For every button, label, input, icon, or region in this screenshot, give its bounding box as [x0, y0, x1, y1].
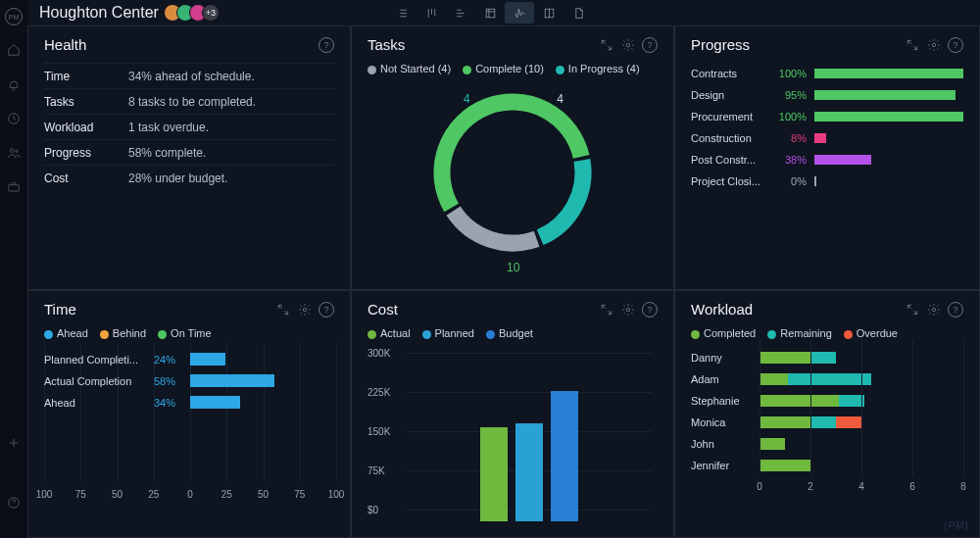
- add-icon[interactable]: [7, 436, 21, 453]
- health-value: 34% ahead of schedule.: [128, 70, 255, 83]
- expand-icon[interactable]: [905, 302, 920, 318]
- home-icon[interactable]: [7, 43, 21, 60]
- expand-icon[interactable]: [275, 302, 291, 318]
- progress-row: Contracts 100%: [691, 63, 963, 84]
- avatar-more[interactable]: +3: [202, 4, 220, 22]
- gear-icon[interactable]: [620, 302, 636, 318]
- donut-label: 4: [557, 92, 564, 106]
- app-logo[interactable]: PM: [5, 8, 23, 25]
- time-name: Planned Completi...: [44, 354, 146, 366]
- health-row: Time 34% ahead of schedule.: [44, 63, 334, 88]
- workload-row: Adam: [691, 368, 963, 390]
- team-icon[interactable]: [7, 146, 21, 163]
- workload-name: Danny: [691, 352, 760, 364]
- help-icon[interactable]: ?: [948, 302, 963, 318]
- time-percent: 24%: [146, 354, 181, 366]
- legend-item: Actual: [368, 327, 411, 339]
- panel-time: Time ? AheadBehindOn Time 10075502502550…: [27, 290, 351, 538]
- progress-track: [814, 90, 963, 100]
- bell-icon[interactable]: [7, 77, 21, 94]
- legend-item: Overdue: [844, 327, 898, 339]
- health-row: Cost 28% under budget.: [44, 165, 334, 190]
- workload-seg: [760, 352, 810, 364]
- help-icon[interactable]: ?: [948, 37, 963, 53]
- cost-bar: [480, 427, 508, 521]
- workload-row: Stephanie: [691, 390, 963, 412]
- time-percent: 34%: [146, 397, 181, 409]
- workload-seg: [836, 416, 861, 428]
- workload-name: John: [691, 438, 760, 450]
- svg-point-1: [11, 149, 15, 153]
- gear-icon[interactable]: [297, 302, 313, 318]
- expand-icon[interactable]: [905, 37, 920, 53]
- progress-row: Design 95%: [691, 84, 963, 106]
- progress-percent: 95%: [775, 89, 814, 101]
- clock-icon[interactable]: [7, 112, 21, 128]
- panel-title: Tasks: [368, 36, 405, 53]
- legend: CompletedRemainingOverdue: [691, 327, 963, 339]
- panel-workload: Workload ? CompletedRemainingOverdue Dan…: [674, 290, 980, 538]
- legend: ActualPlannedBudget: [368, 327, 658, 339]
- help-icon[interactable]: ?: [642, 302, 658, 318]
- health-key: Progress: [44, 146, 128, 160]
- svg-point-8: [932, 43, 936, 47]
- legend-item: Ahead: [44, 327, 88, 339]
- time-name: Ahead: [44, 397, 146, 409]
- progress-name: Design: [691, 89, 775, 101]
- svg-point-9: [303, 308, 307, 312]
- gear-icon[interactable]: [620, 37, 636, 53]
- file-view-icon[interactable]: [564, 2, 593, 24]
- progress-percent: 8%: [775, 132, 814, 144]
- workload-seg: [760, 438, 785, 450]
- list-view-icon[interactable]: [387, 2, 416, 24]
- progress-name: Project Closi...: [691, 175, 775, 187]
- briefcase-icon[interactable]: [7, 180, 21, 197]
- svg-point-11: [932, 308, 936, 312]
- time-row: Ahead 34%: [44, 392, 334, 414]
- gantt-view-icon[interactable]: [446, 2, 475, 24]
- legend-item: Behind: [100, 327, 146, 339]
- progress-name: Post Constr...: [691, 154, 775, 166]
- progress-row: Procurement 100%: [691, 106, 963, 127]
- svg-point-10: [626, 308, 630, 312]
- health-value: 8 tasks to be completed.: [128, 95, 256, 109]
- avatar-stack[interactable]: +3: [169, 4, 220, 22]
- time-row: Actual Completion 58%: [44, 370, 334, 392]
- progress-percent: 100%: [775, 68, 814, 79]
- help-icon[interactable]: ?: [642, 37, 658, 53]
- time-name: Actual Completion: [44, 375, 146, 387]
- board-view-icon[interactable]: [416, 2, 446, 24]
- health-value: 1 task overdue.: [128, 121, 209, 134]
- expand-icon[interactable]: [599, 302, 614, 318]
- cost-bar: [551, 391, 578, 521]
- health-key: Tasks: [44, 95, 128, 109]
- legend-item: Complete (10): [463, 63, 544, 74]
- health-key: Time: [44, 70, 128, 83]
- progress-name: Procurement: [691, 111, 775, 122]
- progress-track: [814, 69, 963, 78]
- progress-track: [814, 112, 963, 122]
- gear-icon[interactable]: [926, 302, 942, 318]
- progress-percent: 0%: [775, 175, 814, 187]
- panel-title: Cost: [368, 301, 398, 318]
- health-value: 58% complete.: [128, 146, 206, 160]
- panel-title: Health: [44, 36, 86, 53]
- help-icon[interactable]: ?: [318, 302, 334, 318]
- gear-icon[interactable]: [926, 37, 942, 53]
- sheet-view-icon[interactable]: [475, 2, 505, 24]
- workload-name: Monica: [691, 416, 760, 428]
- help-icon[interactable]: ?: [318, 37, 334, 53]
- time-bar: [190, 396, 240, 409]
- expand-icon[interactable]: [599, 37, 614, 53]
- legend-item: In Progress (4): [556, 63, 640, 74]
- workload-row: Monica: [691, 412, 963, 433]
- dashboard-view-icon[interactable]: [505, 2, 534, 24]
- workload-row: John: [691, 433, 963, 455]
- help-icon[interactable]: [7, 496, 21, 513]
- panel-view-icon[interactable]: [534, 2, 564, 24]
- progress-track: [814, 133, 963, 143]
- progress-track: [814, 155, 963, 165]
- progress-row: Construction 8%: [691, 127, 963, 149]
- left-nav-rail: PM: [0, 0, 27, 538]
- progress-track: [814, 176, 963, 186]
